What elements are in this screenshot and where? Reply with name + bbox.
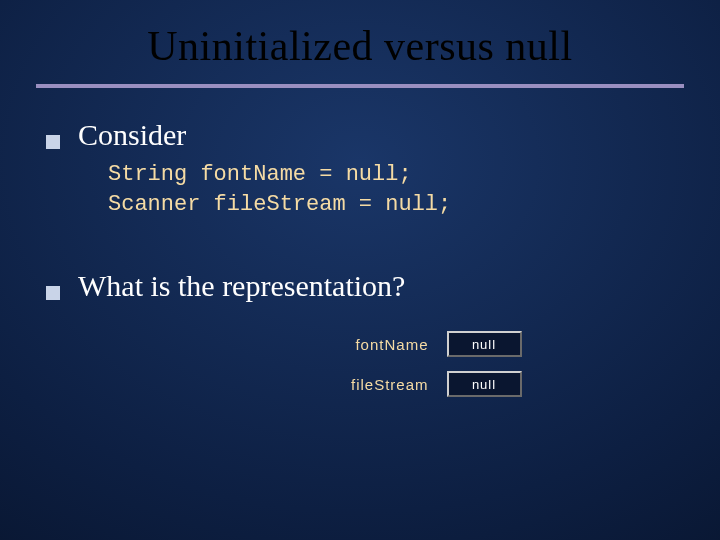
value-box: null [447,371,522,397]
bullet-item: Consider [46,118,674,152]
title-underline [36,84,684,88]
code-line: String fontName = null; [108,160,674,190]
slide-content: Consider String fontName = null; Scanner… [0,118,720,397]
diagram-row: fontName null [319,331,522,357]
square-bullet-icon [46,286,60,300]
bullet-text: Consider [78,118,186,152]
square-bullet-icon [46,135,60,149]
variable-label: fontName [319,336,429,353]
diagram-row: fileStream null [319,371,522,397]
value-box: null [447,331,522,357]
bullet-text: What is the representation? [78,269,405,303]
bullet-item: What is the representation? [46,269,674,303]
code-line: Scanner fileStream = null; [108,190,674,220]
variable-label: fileStream [319,376,429,393]
slide-title: Uninitialized versus null [0,0,720,84]
code-block: String fontName = null; Scanner fileStre… [108,160,674,219]
memory-diagram: fontName null fileStream null [46,331,674,397]
